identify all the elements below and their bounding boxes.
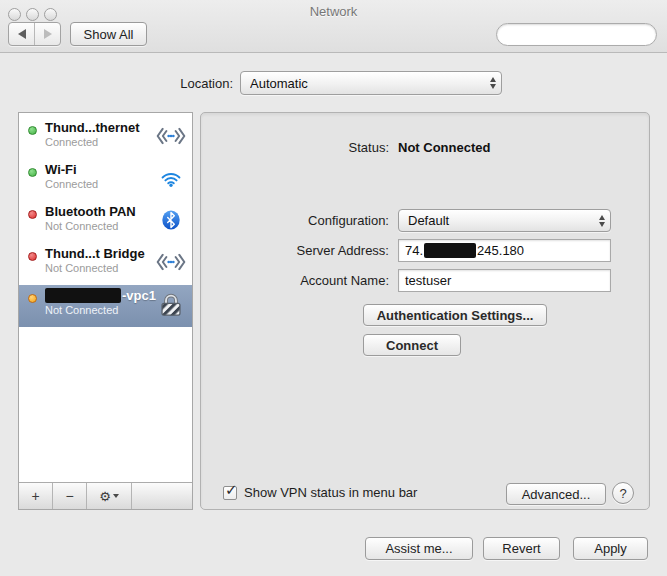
- network-preferences-window: Network Show All Location: Automatic Thu…: [0, 0, 667, 576]
- interface-sidebar: Thund...thernetConnectedWi-FiConnectedBl…: [18, 112, 193, 510]
- show-vpn-status-label: Show VPN status in menu bar: [244, 485, 417, 500]
- popup-stepper-icon: [484, 77, 501, 89]
- sidebar-item-text: Thund...thernetConnected: [45, 120, 156, 148]
- show-vpn-status-checkbox[interactable]: ✓: [223, 486, 237, 500]
- sidebar-item-thunderbolt-ethernet[interactable]: Thund...thernetConnected: [19, 117, 192, 159]
- server-address-field[interactable]: 74. 245.180: [398, 239, 611, 262]
- configuration-popup-value: Default: [408, 213, 593, 228]
- connect-button[interactable]: Connect: [363, 334, 461, 356]
- interface-name: -vpc1: [45, 288, 156, 303]
- interface-status: Not Connected: [45, 220, 156, 232]
- history-nav: [8, 22, 61, 46]
- advanced-button[interactable]: Advanced...: [506, 483, 606, 505]
- sidebar-item-vpn-vpc1[interactable]: -vpc1Not Connected: [19, 285, 192, 327]
- server-address-label: Server Address:: [201, 243, 389, 258]
- sidebar-footer: + − ⚙: [19, 482, 192, 509]
- popup-stepper-icon: [593, 215, 610, 227]
- sidebar-item-bluetooth-pan[interactable]: Bluetooth PANNot Connected: [19, 201, 192, 243]
- back-button[interactable]: [9, 23, 34, 45]
- search-input[interactable]: [507, 26, 666, 44]
- interface-name-text: Bluetooth PAN: [45, 204, 136, 219]
- sidebar-list: Thund...thernetConnectedWi-FiConnectedBl…: [19, 113, 192, 482]
- chevron-down-icon: [113, 494, 119, 498]
- server-address-prefix: 74.: [405, 243, 423, 258]
- authentication-settings-button[interactable]: Authentication Settings...: [363, 304, 547, 326]
- status-dot-red: [28, 210, 37, 219]
- server-address-suffix: 245.180: [477, 243, 524, 258]
- ethernet-icon: [156, 128, 186, 149]
- status-dot-green: [28, 168, 37, 177]
- back-arrow-icon: [18, 29, 26, 39]
- help-button[interactable]: ?: [612, 482, 634, 504]
- interface-name: Thund...t Bridge: [45, 246, 156, 261]
- status-dot-green: [28, 126, 37, 135]
- ethernet-icon: [156, 254, 186, 275]
- interface-name: Wi-Fi: [45, 162, 156, 177]
- account-name-field[interactable]: testuser: [398, 269, 611, 292]
- interface-status: Connected: [45, 136, 156, 148]
- status-label: Status:: [201, 140, 389, 155]
- status-dot-red: [28, 252, 37, 261]
- vpn-status-checkbox-row: ✓ Show VPN status in menu bar: [223, 485, 417, 500]
- forward-button[interactable]: [34, 23, 60, 45]
- lock-icon: [156, 292, 186, 321]
- redaction-box: [424, 243, 476, 258]
- sidebar-item-wifi[interactable]: Wi-FiConnected: [19, 159, 192, 201]
- sidebar-item-text: Thund...t BridgeNot Connected: [45, 246, 156, 274]
- sidebar-item-text: Bluetooth PANNot Connected: [45, 204, 156, 232]
- toolbar: Network Show All: [0, 0, 667, 53]
- forward-arrow-icon: [44, 29, 52, 39]
- configuration-label: Configuration:: [201, 213, 389, 228]
- interface-name-text: Thund...t Bridge: [45, 246, 145, 261]
- location-label: Location:: [60, 76, 233, 91]
- configuration-popup[interactable]: Default: [398, 209, 611, 232]
- vpn-detail-panel: Status: Not Connected Configuration: Def…: [200, 112, 650, 510]
- redaction-box: [45, 288, 121, 303]
- checkmark-icon: ✓: [225, 481, 238, 499]
- window-title: Network: [0, 4, 667, 19]
- add-interface-button[interactable]: +: [19, 483, 53, 509]
- apply-button[interactable]: Apply: [573, 537, 648, 560]
- wifi-icon: [156, 169, 186, 192]
- bluetooth-icon: [156, 210, 186, 234]
- interface-name: Thund...thernet: [45, 120, 156, 135]
- status-dot-orange: [28, 294, 37, 303]
- interface-name-text: -vpc1: [122, 288, 156, 303]
- interface-status: Not Connected: [45, 304, 156, 316]
- sidebar-item-text: Wi-FiConnected: [45, 162, 156, 190]
- interface-name-text: Thund...thernet: [45, 120, 140, 135]
- account-name-label: Account Name:: [201, 273, 389, 288]
- interface-status: Connected: [45, 178, 156, 190]
- sidebar-item-thunderbolt-bridge[interactable]: Thund...t BridgeNot Connected: [19, 243, 192, 285]
- account-name-value: testuser: [405, 273, 451, 288]
- interface-name: Bluetooth PAN: [45, 204, 156, 219]
- interface-name-text: Wi-Fi: [45, 162, 77, 177]
- location-popup[interactable]: Automatic: [240, 71, 502, 95]
- interface-status: Not Connected: [45, 262, 156, 274]
- gear-icon: ⚙: [99, 490, 111, 503]
- sidebar-item-text: -vpc1Not Connected: [45, 288, 156, 316]
- sidebar-footer-filler: [132, 483, 192, 509]
- revert-button[interactable]: Revert: [483, 537, 560, 560]
- remove-interface-button[interactable]: −: [53, 483, 87, 509]
- assist-me-button[interactable]: Assist me...: [365, 537, 473, 560]
- location-popup-value: Automatic: [250, 76, 484, 91]
- status-value: Not Connected: [398, 140, 490, 155]
- action-menu-button[interactable]: ⚙: [87, 483, 132, 509]
- show-all-button[interactable]: Show All: [70, 22, 147, 46]
- search-field[interactable]: [496, 23, 657, 46]
